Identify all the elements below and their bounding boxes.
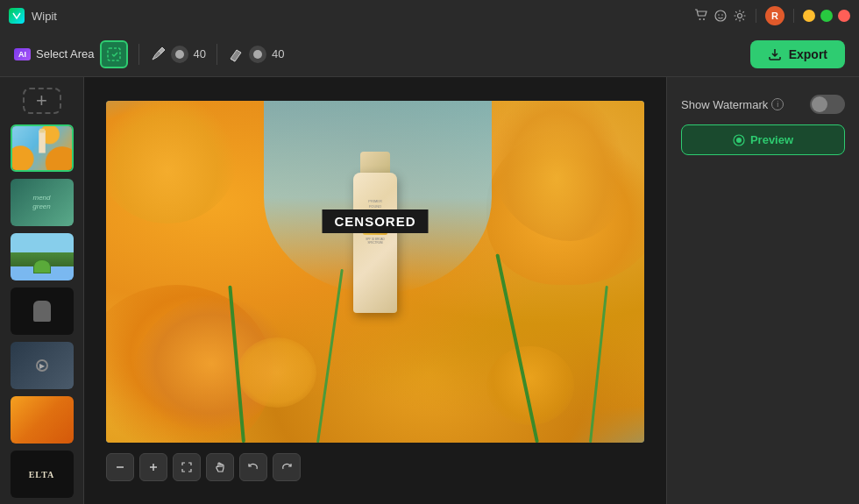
titlebar-left: Wipit (9, 8, 57, 24)
svg-point-1 (703, 18, 705, 20)
main-canvas[interactable]: PRIMERFOUNDAMPLE SPF 50 BROADSPECTRUM CE… (106, 101, 644, 443)
user-avatar[interactable]: R (765, 6, 784, 25)
watermark-label: Show Watermark i (681, 98, 784, 111)
censored-label: CENSORED (322, 209, 428, 233)
hand-tool-button[interactable] (206, 453, 234, 481)
redo-button[interactable] (273, 453, 301, 481)
maximize-button[interactable] (820, 10, 833, 22)
stem-4 (589, 285, 608, 442)
titlebar-separator2 (793, 9, 794, 23)
preview-label: Preview (750, 133, 793, 146)
product-tube: PRIMERFOUNDAMPLE SPF 50 BROADSPECTRUM (349, 152, 401, 327)
tube-body: PRIMERFOUNDAMPLE SPF 50 BROADSPECTRUM (353, 173, 397, 313)
add-image-button[interactable]: + (23, 88, 61, 114)
thumbnail-1[interactable] (11, 124, 74, 172)
main-toolbar: AI Select Area 40 (0, 32, 859, 77)
toggle-knob (812, 96, 827, 112)
settings-icon[interactable] (733, 9, 747, 23)
brush-tool[interactable]: 40 (150, 46, 206, 63)
export-button[interactable]: Export (750, 40, 845, 68)
tree-shape (33, 259, 51, 273)
svg-point-4 (721, 14, 723, 16)
main-content: + mendgreen ▶ (0, 77, 859, 504)
thumbnail-2-content: mendgreen (11, 179, 74, 226)
thumbnail-2[interactable]: mendgreen (11, 179, 74, 226)
stem-2 (316, 268, 344, 442)
select-area-button[interactable] (100, 40, 128, 68)
export-label: Export (789, 47, 827, 61)
select-area-group: AI Select Area (14, 40, 128, 68)
thumbnail-3-content (11, 233, 74, 280)
thumbnail-3[interactable] (11, 233, 74, 280)
sidebar: + mendgreen ▶ (0, 77, 84, 504)
canvas-toolbar (106, 453, 644, 481)
play-circle: ▶ (36, 359, 48, 372)
fit-screen-button[interactable] (173, 453, 201, 481)
window-controls (803, 10, 850, 22)
smile-icon[interactable] (713, 9, 728, 23)
titlebar: Wipit R (0, 0, 859, 32)
svg-point-2 (715, 11, 726, 21)
eraser-size-dot (253, 50, 262, 59)
astronaut-shape (33, 301, 51, 322)
toolbar-divider2 (217, 44, 217, 65)
thumbnail-7-content: ELTA (11, 451, 74, 498)
select-area-label: Select Area (36, 47, 95, 60)
minimize-button[interactable] (803, 10, 815, 22)
info-icon[interactable]: i (771, 98, 784, 110)
watermark-toggle[interactable] (810, 95, 845, 114)
eraser-size-indicator (249, 46, 266, 63)
right-panel: Show Watermark i Preview (666, 77, 859, 504)
zoom-out-button[interactable] (106, 453, 134, 481)
brush-value: 40 (194, 47, 206, 60)
brush-size-indicator (171, 46, 188, 63)
thumbnail-4-content (11, 287, 74, 335)
eraser-value: 40 (272, 47, 284, 60)
flower-small-1 (238, 337, 316, 408)
svg-point-11 (736, 138, 742, 143)
titlebar-right: R (694, 6, 850, 25)
svg-point-5 (738, 14, 742, 18)
canvas-area: PRIMERFOUNDAMPLE SPF 50 BROADSPECTRUM CE… (84, 77, 666, 504)
toolbar-tools: AI Select Area 40 (14, 40, 284, 68)
app-logo (9, 8, 25, 24)
canvas-background: PRIMERFOUNDAMPLE SPF 50 BROADSPECTRUM CE… (106, 101, 644, 443)
brush-size-dot (175, 50, 184, 59)
tube-cap (360, 152, 390, 173)
app-title: Wipit (32, 10, 57, 23)
eraser-tool[interactable]: 40 (228, 46, 284, 63)
toolbar-divider1 (138, 44, 139, 65)
undo-button[interactable] (239, 453, 267, 481)
watermark-text: Show Watermark (681, 98, 768, 111)
thumbnail-6-content (11, 396, 74, 444)
svg-point-0 (699, 18, 701, 20)
cart-icon[interactable] (694, 9, 708, 23)
thumbnail-7[interactable]: ELTA (11, 451, 74, 498)
tube-details: SPF 50 BROADSPECTRUM (359, 238, 392, 245)
watermark-row: Show Watermark i (681, 95, 845, 114)
preview-button[interactable]: Preview (681, 124, 845, 155)
thumbnail-4[interactable] (11, 287, 74, 335)
flower-petal-tl (106, 101, 238, 224)
canvas-container: PRIMERFOUNDAMPLE SPF 50 BROADSPECTRUM CE… (106, 101, 644, 481)
thumbnail-5[interactable]: ▶ (11, 342, 74, 389)
thumbnail-5-content: ▶ (11, 342, 74, 389)
svg-rect-6 (108, 48, 120, 60)
titlebar-separator (756, 9, 756, 23)
zoom-in-button[interactable] (139, 453, 167, 481)
svg-point-3 (718, 14, 720, 16)
thumbnail-6[interactable] (11, 396, 74, 444)
close-button[interactable] (838, 10, 850, 22)
ai-badge: AI (14, 48, 31, 60)
